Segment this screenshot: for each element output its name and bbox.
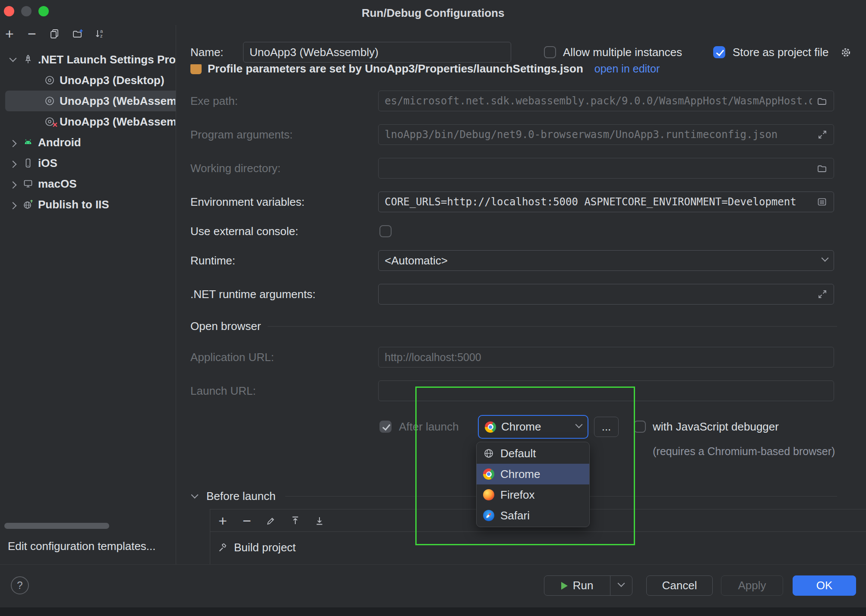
tree-item-ios[interactable]: iOS (0, 153, 175, 173)
menu-item-firefox[interactable]: Firefox (477, 484, 589, 505)
sort-alphabetically-icon[interactable]: az (93, 27, 107, 41)
launch-url-field[interactable] (378, 380, 834, 401)
open-browser-section-title: Open browser (190, 320, 261, 333)
ok-button[interactable]: OK (793, 575, 856, 596)
edit-configuration-templates-link[interactable]: Edit configuration templates... (8, 540, 156, 553)
edit-task-icon[interactable] (264, 514, 278, 528)
profile-warning-row: Profile parameters are set by UnoApp3/Pr… (190, 64, 734, 81)
js-debugger-note: (requires a Chromium-based browser) (653, 445, 835, 458)
gear-icon[interactable] (840, 47, 852, 58)
before-launch-task-build-project[interactable]: Build project (210, 536, 866, 559)
profile-warning-text: Profile parameters are set by UnoApp3/Pr… (208, 64, 583, 75)
move-down-icon[interactable] (313, 514, 326, 528)
folder-icon[interactable] (816, 95, 828, 107)
program-arguments-field[interactable]: lnoApp3/bin/Debug/net9.0-browserwasm/Uno… (378, 124, 834, 145)
tree-item-publish-to-iis[interactable]: Publish to IIS (0, 194, 175, 215)
menu-item-label: Default (500, 447, 536, 460)
launch-url-label: Launch URL: (190, 384, 256, 398)
application-url-field[interactable]: http://localhost:5000 (378, 347, 834, 368)
after-launch-label: After launch (399, 420, 459, 434)
chevron-right-icon[interactable] (8, 179, 18, 189)
environment-variables-field[interactable]: CORE_URLS=http://localhost:5000 ASPNETCO… (378, 192, 834, 212)
menu-item-label: Safari (500, 509, 530, 522)
tree-item-macos[interactable]: macOS (0, 173, 175, 194)
tree-item-label: UnoApp3 (WebAssembly) (60, 94, 175, 108)
name-input[interactable]: UnoApp3 (WebAssembly) (243, 42, 511, 63)
runtime-select[interactable]: <Automatic> (378, 250, 834, 271)
move-up-icon[interactable] (288, 514, 302, 528)
cancel-button[interactable]: Cancel (646, 575, 713, 596)
sidebar-horizontal-scrollbar[interactable] (4, 523, 109, 529)
tree-item-unoapp3-webassembly-invalid[interactable]: ✕ UnoApp3 (WebAssembly) (0, 111, 175, 132)
chevron-right-icon[interactable] (8, 199, 18, 210)
remove-task-button[interactable]: − (240, 514, 254, 528)
run-debug-configurations-dialog: Run/Debug Configurations + − az .NET Lau… (0, 0, 866, 616)
run-button[interactable]: Run (544, 576, 610, 595)
android-icon (22, 137, 34, 148)
firefox-icon (483, 489, 494, 500)
use-external-console-checkbox[interactable] (379, 225, 392, 237)
remove-configuration-button[interactable]: − (25, 27, 39, 41)
allow-multiple-instances-label: Allow multiple instances (563, 46, 682, 59)
folder-icon[interactable] (816, 163, 828, 174)
browser-select[interactable]: Chrome (478, 415, 588, 439)
working-directory-label: Working directory: (190, 162, 281, 175)
open-in-editor-link[interactable]: open in editor (594, 64, 660, 75)
tree-item-dotnet-launch-settings[interactable]: .NET Launch Settings Pro (0, 49, 175, 70)
expand-icon[interactable] (817, 129, 828, 140)
tree-item-label: UnoApp3 (Desktop) (60, 74, 164, 87)
list-icon[interactable] (816, 196, 828, 207)
run-options-chevron[interactable] (610, 576, 632, 595)
working-directory-field[interactable] (378, 158, 834, 179)
run-split-button[interactable]: Run (544, 575, 632, 596)
publish-iis-icon (22, 199, 34, 210)
play-icon (561, 582, 568, 590)
macos-monitor-icon (22, 178, 34, 189)
menu-item-default[interactable]: Default (477, 443, 589, 464)
help-button[interactable]: ? (11, 576, 29, 594)
environment-variables-value: CORE_URLS=http://localhost:5000 ASPNETCO… (385, 196, 812, 208)
tree-item-label: UnoApp3 (WebAssembly) (60, 115, 175, 129)
tree-item-label: Publish to IIS (38, 198, 109, 211)
menu-item-safari[interactable]: Safari (477, 505, 589, 526)
before-launch-section-title: Before launch (206, 490, 275, 503)
dotnet-runtime-arguments-field[interactable] (378, 284, 834, 305)
add-task-button[interactable]: + (216, 514, 230, 528)
task-label: Build project (234, 541, 296, 554)
chevron-down-icon (575, 421, 583, 428)
tree-item-unoapp3-desktop[interactable]: UnoApp3 (Desktop) (0, 70, 175, 91)
js-debugger-label: with JavaScript debugger (653, 420, 779, 434)
store-as-project-file-checkbox[interactable] (713, 46, 725, 58)
js-debugger-checkbox[interactable] (634, 421, 646, 433)
expand-icon[interactable] (817, 289, 828, 299)
tree-item-android[interactable]: Android (0, 132, 175, 153)
add-configuration-button[interactable]: + (3, 27, 16, 41)
dotnet-launch-settings-icon (22, 54, 34, 65)
chevron-down-icon[interactable] (192, 493, 197, 500)
menu-item-chrome[interactable]: Chrome (477, 464, 589, 484)
exe-path-value: es/microsoft.net.sdk.webassembly.pack/9.… (385, 95, 812, 107)
program-arguments-label: Program arguments: (190, 128, 293, 141)
tree-item-label: Android (38, 136, 81, 149)
globe-icon (483, 448, 494, 459)
dotnet-runtime-arguments-label: .NET runtime arguments: (190, 288, 316, 301)
apply-button[interactable]: Apply (721, 575, 783, 596)
allow-multiple-instances-checkbox[interactable] (544, 46, 556, 58)
exe-path-field[interactable]: es/microsoft.net.sdk.webassembly.pack/9.… (378, 91, 834, 111)
browse-more-button[interactable]: ... (594, 417, 619, 437)
ios-device-icon (22, 157, 34, 169)
footer-divider (0, 564, 866, 565)
new-folder-icon[interactable] (71, 27, 85, 41)
launch-settings-icon (190, 64, 202, 74)
application-url-label: Application URL: (190, 351, 274, 364)
chevron-down-icon (822, 255, 829, 262)
chevron-down-icon[interactable] (8, 54, 18, 65)
after-launch-checkbox[interactable] (379, 421, 392, 433)
menu-item-label: Firefox (500, 488, 534, 502)
runtime-value: <Automatic> (385, 254, 818, 267)
chevron-right-icon[interactable] (8, 158, 18, 168)
window-bottom-edge (0, 607, 866, 616)
tree-item-unoapp3-webassembly-selected[interactable]: UnoApp3 (WebAssembly) (0, 91, 175, 111)
chevron-right-icon[interactable] (8, 137, 18, 148)
copy-configuration-icon[interactable] (47, 27, 61, 41)
